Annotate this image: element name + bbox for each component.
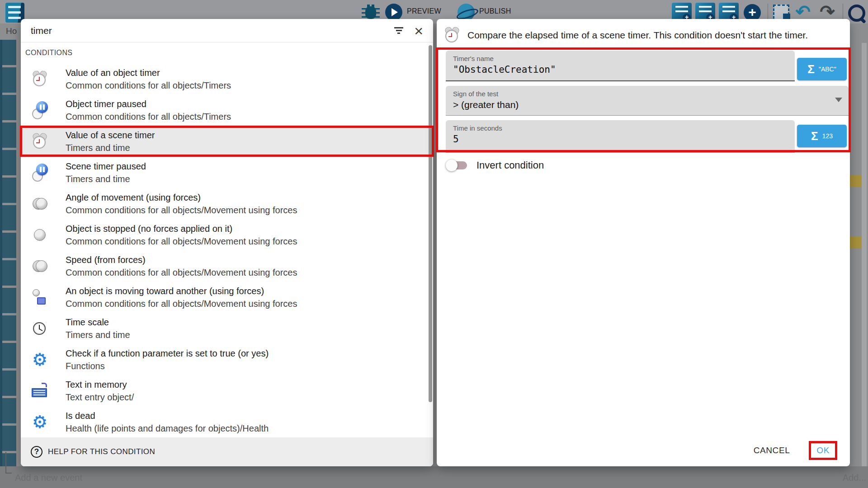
conditions-section-header: CONDITIONS (25, 49, 72, 57)
list-item-value-object-timer[interactable]: Value of an object timer Common conditio… (21, 63, 433, 94)
search-input[interactable] (31, 25, 393, 36)
list-item-angle-of-movement[interactable]: Angle of movement (using forces) Common … (21, 188, 433, 219)
close-icon[interactable]: × (414, 24, 423, 38)
sign-of-test-value: > (greater than) (453, 99, 841, 110)
search-header: × (21, 19, 433, 42)
event-tree-bracket (5, 452, 12, 474)
event-highlight-bar (850, 175, 862, 187)
publish-icon[interactable] (458, 4, 475, 21)
sign-of-test-label: Sign of the test (453, 90, 841, 98)
invert-condition-toggle[interactable] (446, 159, 469, 172)
time-in-seconds-field[interactable]: Time in seconds 5 (446, 120, 795, 153)
double-coin-icon (30, 194, 50, 214)
time-in-seconds-label: Time in seconds (453, 124, 788, 132)
list-scrollbar[interactable] (429, 45, 432, 402)
time-in-seconds-value[interactable]: 5 (453, 134, 788, 145)
debugger-icon[interactable] (362, 5, 380, 21)
pause-clock-icon (30, 100, 50, 120)
invert-condition-row: Invert condition (446, 159, 544, 172)
gear-icon: ⚙ (30, 350, 50, 370)
list-item-function-parameter-true[interactable]: ⚙ Check if a function parameter is set t… (21, 344, 433, 375)
filter-icon[interactable] (393, 26, 404, 35)
ok-button-annotation: OK (809, 441, 837, 460)
keyboard-icon (30, 381, 50, 401)
ok-button[interactable]: OK (816, 446, 830, 455)
search-icon[interactable] (846, 3, 866, 23)
toggle-knob (446, 160, 458, 171)
preview-play-icon[interactable] (385, 4, 402, 21)
list-item-scene-timer-paused[interactable]: Scene timer paused Timers and time (21, 157, 433, 188)
timer-name-value[interactable]: "ObstacleCreation" (453, 64, 788, 75)
condition-description: Compare the elapsed time of a scene time… (467, 30, 808, 41)
timer-name-field[interactable]: Timer's name "ObstacleCreation" (446, 51, 795, 81)
cancel-button[interactable]: CANCEL (754, 446, 790, 455)
expression-builder-number-button[interactable]: Σ 123 (797, 125, 847, 147)
publish-button[interactable]: PUBLISH (479, 7, 511, 15)
invert-condition-label: Invert condition (476, 160, 544, 171)
list-item-moving-toward-another[interactable]: An object is moving toward another (usin… (21, 282, 433, 313)
help-icon: ? (31, 446, 42, 458)
bug-body (365, 6, 376, 19)
alarm-clock-icon (30, 69, 50, 89)
clock-icon (30, 319, 50, 338)
chevron-down-icon (835, 98, 842, 102)
sigma-icon: Σ (807, 62, 815, 76)
preview-button[interactable]: PREVIEW (407, 7, 441, 15)
dialog-actions: CANCEL OK (754, 441, 837, 460)
pause-clock-icon (30, 163, 50, 183)
expression-builder-string-button[interactable]: Σ "ABC" (797, 58, 847, 80)
events-scrollbar-sliver (862, 43, 867, 466)
add-more-link[interactable]: Add... (843, 473, 866, 483)
alarm-clock-icon (30, 131, 50, 151)
event-highlight-bar (850, 237, 862, 249)
list-item-time-scale[interactable]: Time scale Timers and time (21, 313, 433, 344)
double-coin-icon (30, 256, 50, 276)
single-coin-icon (30, 225, 50, 245)
list-item-is-dead[interactable]: ⚙ Is dead Health (life points and damage… (21, 406, 433, 437)
list-item-object-timer-paused[interactable]: Object timer paused Common conditions fo… (21, 94, 433, 126)
list-item-object-stopped[interactable]: Object is stopped (no forces applied on … (21, 219, 433, 250)
condition-description-row: Compare the elapsed time of a scene time… (442, 25, 841, 45)
sign-of-test-select[interactable]: Sign of the test > (greater than) (446, 86, 849, 116)
list-item-value-scene-timer[interactable]: Value of a scene timer Timers and time (21, 126, 433, 157)
timer-name-label: Timer's name (453, 55, 788, 62)
condition-editor-panel: Compare the elapsed time of a scene time… (437, 19, 850, 466)
help-for-condition-button[interactable]: ? HELP FOR THIS CONDITION (21, 437, 433, 466)
add-new-event-link[interactable]: Add a new event (15, 473, 82, 483)
bottom-strip (0, 466, 868, 488)
condition-picker-panel: × CONDITIONS Value of an object timer Co… (21, 19, 433, 466)
alarm-clock-icon (442, 25, 462, 45)
condition-list: Value of an object timer Common conditio… (21, 63, 433, 437)
list-item-speed-from-forces[interactable]: Speed (from forces) Common conditions fo… (21, 250, 433, 282)
events-sheet-edge (0, 40, 16, 466)
home-tab-label-clipped: Ho (6, 26, 17, 36)
sigma-icon: Σ (811, 129, 818, 143)
gear-icon: ⚙ (30, 412, 50, 432)
coin-square-icon (30, 287, 50, 307)
list-item-text-in-memory[interactable]: Text in memory Text entry object/ (21, 375, 433, 406)
